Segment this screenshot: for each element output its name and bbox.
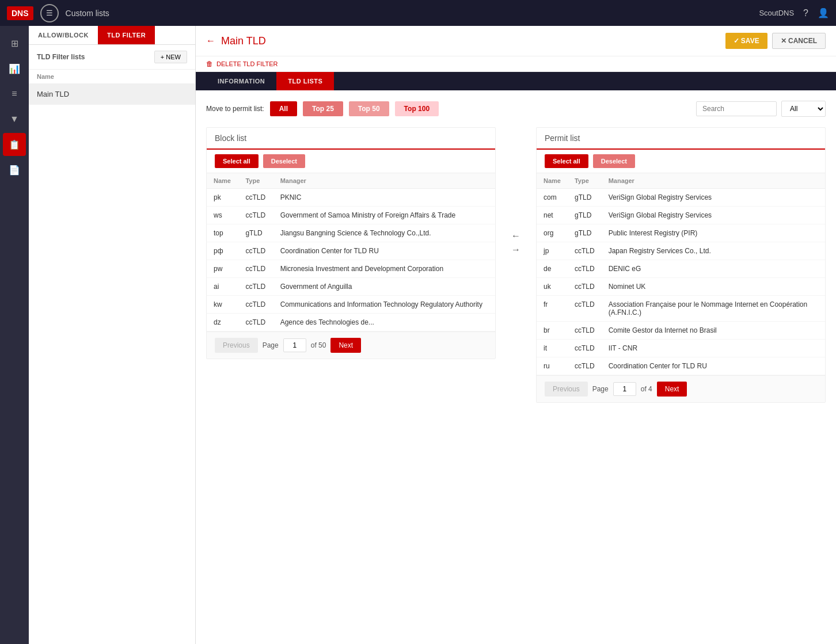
- block-page-label: Page: [263, 341, 279, 349]
- block-list-row[interactable]: kw ccTLD Communications and Information …: [207, 296, 495, 314]
- content-header: ← Main TLD ✓ SAVE ✕ CANCEL: [196, 26, 836, 56]
- block-list-row[interactable]: ai ccTLD Government of Anguilla: [207, 278, 495, 296]
- permit-list-row[interactable]: org gTLD Public Interest Registry (PIR): [537, 224, 825, 242]
- panel-col-header: Name: [29, 70, 195, 84]
- permit-list-row[interactable]: de ccTLD DENIC eG: [537, 260, 825, 278]
- block-row-name: dz: [207, 314, 238, 331]
- block-select-all-button[interactable]: Select all: [215, 154, 259, 168]
- back-button[interactable]: ←: [206, 36, 215, 46]
- sidebar-item-filter[interactable]: ▼: [3, 108, 26, 131]
- block-row-manager: Government of Samoa Ministry of Foreign …: [273, 207, 495, 224]
- permit-row-name: it: [537, 340, 568, 357]
- filter-top50-button[interactable]: Top 50: [349, 101, 389, 116]
- content-title-area: ← Main TLD: [206, 35, 266, 47]
- move-right-button[interactable]: →: [511, 245, 520, 255]
- permit-select-all-button[interactable]: Select all: [545, 154, 588, 168]
- permit-list-row[interactable]: ru ccTLD Coordination Center for TLD RU: [537, 357, 825, 375]
- block-list-row[interactable]: pw ccTLD Micronesia Investment and Devel…: [207, 260, 495, 278]
- permit-row-type: ccTLD: [568, 296, 602, 322]
- block-list-row[interactable]: рф ccTLD Coordination Center for TLD RU: [207, 242, 495, 260]
- block-col-manager: Manager: [273, 173, 495, 189]
- permit-row-name: fr: [537, 296, 568, 322]
- permit-deselect-button[interactable]: Deselect: [593, 154, 635, 168]
- block-page-input[interactable]: [283, 338, 306, 352]
- permit-list-row[interactable]: it ccTLD IIT - CNR: [537, 340, 825, 357]
- move-to-permit-row: Move to permit list: All Top 25 Top 50 T…: [206, 101, 826, 117]
- block-row-manager: Jiangsu Bangning Science & Technology Co…: [273, 224, 495, 242]
- scout-dns-dropdown[interactable]: ScoutDNS: [759, 9, 794, 17]
- sidebar-item-chart[interactable]: 📊: [3, 57, 26, 80]
- permit-row-type: ccTLD: [568, 260, 602, 278]
- block-list-actions: Select all Deselect: [207, 150, 495, 173]
- permit-list-row[interactable]: jp ccTLD Japan Registry Services Co., Lt…: [537, 242, 825, 260]
- block-list-row[interactable]: top gTLD Jiangsu Bangning Science & Tech…: [207, 224, 495, 242]
- tab-information[interactable]: INFORMATION: [206, 72, 276, 90]
- block-row-type: ccTLD: [238, 207, 273, 224]
- block-next-button[interactable]: Next: [330, 338, 361, 353]
- list-item[interactable]: Main TLD: [29, 84, 195, 105]
- left-panel: ALLOW/BLOCK TLD FILTER TLD Filter lists …: [29, 26, 196, 644]
- permit-row-name: jp: [537, 242, 568, 260]
- block-list-row[interactable]: ws ccTLD Government of Samoa Ministry of…: [207, 207, 495, 224]
- block-row-type: ccTLD: [238, 314, 273, 331]
- block-row-manager: Micronesia Investment and Development Co…: [273, 260, 495, 278]
- trash-icon: 🗑: [206, 60, 213, 68]
- permit-row-manager: Comite Gestor da Internet no Brasil: [602, 322, 825, 340]
- sidebar-item-dashboard[interactable]: ⊞: [3, 32, 26, 55]
- dns-logo: DNS: [7, 6, 33, 20]
- cancel-button[interactable]: ✕ CANCEL: [772, 33, 826, 49]
- type-filter-select[interactable]: All ccTLD gTLD: [781, 101, 826, 117]
- search-input[interactable]: [696, 101, 777, 116]
- permit-row-manager: IIT - CNR: [602, 340, 825, 357]
- permit-list-pagination: Previous Page of 4 Next: [537, 375, 825, 402]
- permit-row-manager: Association Française pour le Nommage In…: [602, 296, 825, 322]
- app-layout: ⊞ 📊 ≡ ▼ 📋 📄 ALLOW/BLOCK TLD FILTER TLD F…: [0, 26, 836, 644]
- filter-all-button[interactable]: All: [270, 101, 297, 116]
- permit-row-type: ccTLD: [568, 322, 602, 340]
- block-prev-button[interactable]: Previous: [215, 338, 258, 353]
- permit-row-manager: Japan Registry Services Co., Ltd.: [602, 242, 825, 260]
- permit-page-input[interactable]: [613, 382, 636, 396]
- sidebar-item-list[interactable]: ≡: [3, 82, 26, 105]
- new-button[interactable]: + NEW: [154, 51, 187, 63]
- tab-tld-filter[interactable]: TLD FILTER: [98, 26, 155, 44]
- move-left-button[interactable]: ←: [511, 231, 520, 241]
- block-deselect-button[interactable]: Deselect: [263, 154, 305, 168]
- permit-row-name: uk: [537, 278, 568, 296]
- block-list-row[interactable]: pk ccTLD PKNIC: [207, 189, 495, 207]
- block-row-name: pk: [207, 189, 238, 207]
- block-list-table: Name Type Manager pk ccTLD PKNIC ws ccTL…: [207, 173, 495, 331]
- block-of-label: of 50: [311, 341, 326, 349]
- sidebar-item-doc[interactable]: 📄: [3, 158, 26, 181]
- permit-list-row[interactable]: net gTLD VeriSign Global Registry Servic…: [537, 207, 825, 224]
- filter-top25-button[interactable]: Top 25: [303, 101, 343, 116]
- left-panel-tabs: ALLOW/BLOCK TLD FILTER: [29, 26, 195, 45]
- permit-list-row[interactable]: uk ccTLD Nominet UK: [537, 278, 825, 296]
- permit-list-row[interactable]: br ccTLD Comite Gestor da Internet no Br…: [537, 322, 825, 340]
- permit-next-button[interactable]: Next: [657, 382, 687, 397]
- hamburger-button[interactable]: ☰: [40, 4, 59, 22]
- permit-list-row[interactable]: com gTLD VeriSign Global Registry Servic…: [537, 189, 825, 207]
- permit-row-type: ccTLD: [568, 242, 602, 260]
- filter-top100-button[interactable]: Top 100: [395, 101, 439, 116]
- permit-row-manager: Nominet UK: [602, 278, 825, 296]
- sidebar-item-clipboard[interactable]: 📋: [3, 133, 26, 156]
- permit-list-row[interactable]: fr ccTLD Association Française pour le N…: [537, 296, 825, 322]
- block-list-scroll: Name Type Manager pk ccTLD PKNIC ws ccTL…: [207, 173, 495, 331]
- user-icon[interactable]: 👤: [818, 7, 829, 18]
- permit-page-label: Page: [592, 385, 609, 393]
- tab-tld-lists[interactable]: TLD LISTS: [276, 72, 334, 90]
- permit-row-manager: DENIC eG: [602, 260, 825, 278]
- block-list-row[interactable]: dz ccTLD Agence des Technologies de...: [207, 314, 495, 331]
- permit-list-panel: Permit list Select all Deselect Name Typ…: [536, 127, 826, 403]
- block-row-name: kw: [207, 296, 238, 314]
- save-button[interactable]: ✓ SAVE: [725, 33, 767, 49]
- permit-prev-button[interactable]: Previous: [545, 382, 588, 397]
- permit-row-manager: VeriSign Global Registry Services: [602, 207, 825, 224]
- permit-row-name: net: [537, 207, 568, 224]
- delete-tld-filter-link[interactable]: 🗑 DELETE TLD FILTER: [196, 56, 836, 72]
- tab-allow-block[interactable]: ALLOW/BLOCK: [29, 26, 98, 44]
- help-icon[interactable]: ?: [803, 8, 808, 18]
- hamburger-icon: ☰: [46, 9, 53, 17]
- permit-list-title: Permit list: [537, 128, 825, 150]
